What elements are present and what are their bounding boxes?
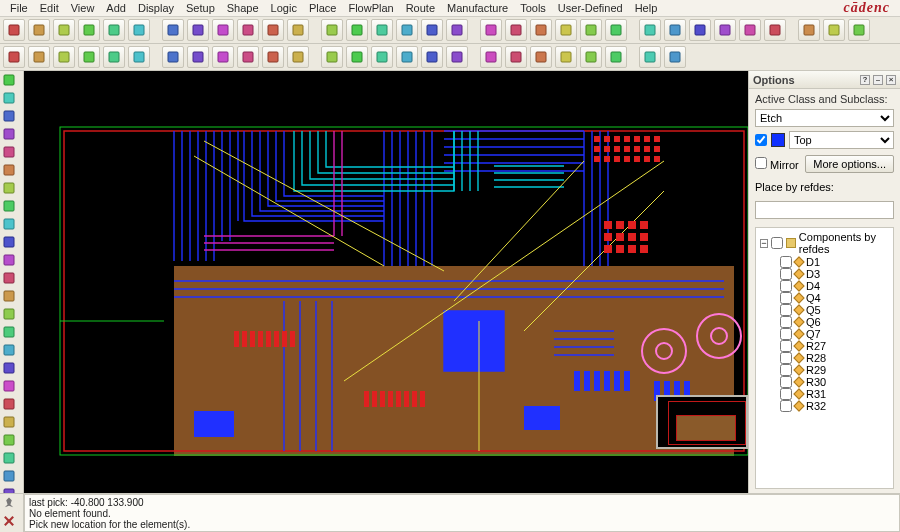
rotate-tool-icon[interactable]: [2, 361, 22, 377]
zoom-in-icon[interactable]: [346, 19, 368, 41]
scissors-icon[interactable]: [639, 46, 661, 68]
void-icon[interactable]: [212, 46, 234, 68]
cut-icon[interactable]: [162, 19, 184, 41]
component-D4[interactable]: D4: [758, 280, 891, 292]
measure-tool-icon[interactable]: [2, 253, 22, 269]
rotate-icon[interactable]: [505, 46, 527, 68]
panel-minimize-icon[interactable]: –: [873, 75, 883, 85]
menu-flowplan[interactable]: FlowPlan: [342, 1, 399, 15]
menu-place[interactable]: Place: [303, 1, 343, 15]
clock-icon[interactable]: [764, 19, 786, 41]
subclass-select[interactable]: Top: [789, 131, 894, 149]
tree-root[interactable]: − Components by refdes: [758, 230, 891, 256]
menu-logic[interactable]: Logic: [265, 1, 303, 15]
eyedrop-tool-icon[interactable]: [2, 307, 22, 323]
trash-icon[interactable]: [187, 19, 209, 41]
mirror-checkbox[interactable]: [755, 157, 767, 169]
pin-tool-icon[interactable]: [2, 469, 22, 485]
component-checkbox[interactable]: [780, 316, 792, 328]
align-tool-icon[interactable]: [2, 343, 22, 359]
layer-color-swatch[interactable]: [771, 133, 785, 147]
target-icon[interactable]: [480, 19, 502, 41]
place-icon[interactable]: [446, 46, 468, 68]
bucket-tool-icon[interactable]: [2, 289, 22, 305]
component-R30[interactable]: R30: [758, 376, 891, 388]
mirror-option[interactable]: Mirror: [755, 157, 799, 171]
via-tool-icon[interactable]: [2, 217, 22, 233]
component-R28[interactable]: R28: [758, 352, 891, 364]
key-icon[interactable]: [580, 46, 602, 68]
component-checkbox[interactable]: [780, 292, 792, 304]
zoom-window-icon[interactable]: [421, 19, 443, 41]
zoom-out-icon[interactable]: [371, 19, 393, 41]
component-checkbox[interactable]: [780, 328, 792, 340]
sun-icon[interactable]: [739, 19, 761, 41]
panel-help-icon[interactable]: ?: [860, 75, 870, 85]
component-R29[interactable]: R29: [758, 364, 891, 376]
component-checkbox[interactable]: [780, 388, 792, 400]
layers-tool-icon[interactable]: [2, 451, 22, 467]
move-icon[interactable]: [480, 46, 502, 68]
cmd-clear-icon[interactable]: [2, 514, 21, 530]
minus-icon[interactable]: −: [760, 239, 768, 248]
plane-icon[interactable]: [128, 46, 150, 68]
component-checkbox[interactable]: [780, 304, 792, 316]
layer-visible-checkbox[interactable]: [755, 134, 767, 146]
dark-mode-icon[interactable]: [714, 19, 736, 41]
pin-icon[interactable]: [798, 19, 820, 41]
ruler-icon[interactable]: [580, 19, 602, 41]
components-tree[interactable]: − Components by refdes D1 D3 D4 Q4 Q5 Q6…: [755, 227, 894, 489]
cmd-pin-icon[interactable]: [2, 496, 21, 512]
component-checkbox[interactable]: [780, 268, 792, 280]
zoom-selection-icon[interactable]: [446, 19, 468, 41]
menu-edit[interactable]: Edit: [34, 1, 65, 15]
via-icon[interactable]: [28, 46, 50, 68]
properties-icon[interactable]: [555, 19, 577, 41]
menu-help[interactable]: Help: [629, 1, 664, 15]
dimensions-icon[interactable]: [639, 19, 661, 41]
menu-manufacture[interactable]: Manufacture: [441, 1, 514, 15]
line-tool-icon[interactable]: [2, 109, 22, 125]
arc-tool-icon[interactable]: [2, 163, 22, 179]
menu-setup[interactable]: Setup: [180, 1, 221, 15]
snap-tool-icon[interactable]: [2, 325, 22, 341]
menu-route[interactable]: Route: [400, 1, 441, 15]
colors-icon[interactable]: [664, 19, 686, 41]
component-D1[interactable]: D1: [758, 256, 891, 268]
component-checkbox[interactable]: [780, 280, 792, 292]
component-icon[interactable]: [396, 46, 418, 68]
more-options-button[interactable]: More options...: [805, 155, 894, 173]
pad-tool-icon[interactable]: [2, 199, 22, 215]
menu-display[interactable]: Display: [132, 1, 180, 15]
pan-tool-icon[interactable]: [2, 415, 22, 431]
new-page-icon[interactable]: [53, 19, 75, 41]
polygon-icon[interactable]: [103, 46, 125, 68]
undo-icon[interactable]: [212, 19, 234, 41]
component-R31[interactable]: R31: [758, 388, 891, 400]
rect-tool-icon[interactable]: [2, 127, 22, 143]
link-icon[interactable]: [664, 46, 686, 68]
arrow-tool-icon[interactable]: [2, 73, 22, 89]
measure-icon[interactable]: [605, 19, 627, 41]
component-checkbox[interactable]: [780, 400, 792, 412]
zoom-tool-icon[interactable]: [2, 433, 22, 449]
fill-icon[interactable]: [162, 46, 184, 68]
component-checkbox[interactable]: [780, 364, 792, 376]
panel-close-icon[interactable]: ×: [886, 75, 896, 85]
trace-icon[interactable]: [53, 46, 75, 68]
text-icon[interactable]: [346, 46, 368, 68]
cut-tool-icon[interactable]: [2, 397, 22, 413]
mirror-tool-icon[interactable]: [2, 379, 22, 395]
search-icon[interactable]: [262, 19, 284, 41]
component-checkbox[interactable]: [780, 340, 792, 352]
component-Q4[interactable]: Q4: [758, 292, 891, 304]
menu-userdefined[interactable]: User-Defined: [552, 1, 629, 15]
drill-icon[interactable]: [287, 46, 309, 68]
component-Q6[interactable]: Q6: [758, 316, 891, 328]
component-checkbox[interactable]: [780, 256, 792, 268]
trace-tool-icon[interactable]: [2, 235, 22, 251]
mask-icon[interactable]: [187, 46, 209, 68]
place-by-refdes-input[interactable]: [755, 201, 894, 219]
layers-icon[interactable]: [78, 19, 100, 41]
world-view-minimap[interactable]: [656, 395, 748, 449]
